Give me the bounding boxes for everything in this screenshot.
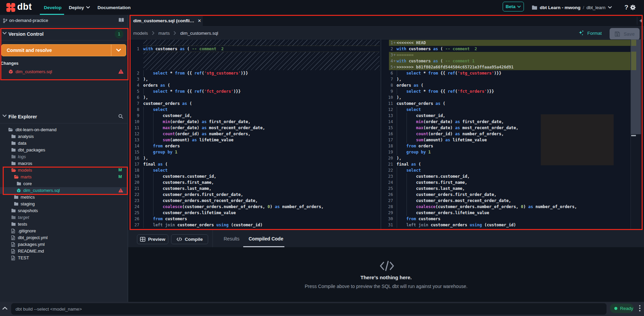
code-line[interactable]: 1+<<<<<<< HEAD	[382, 40, 631, 46]
chevron-up-icon[interactable]	[2, 307, 7, 310]
tree-item-models[interactable]: modelsM	[0, 167, 128, 174]
code-line[interactable]: 19 customers.customer_id,	[128, 173, 380, 179]
code-line[interactable]: 3+=======	[382, 52, 631, 58]
code-line[interactable]: 8orders as (	[382, 82, 631, 88]
code-line[interactable]: 2with customers as ( -- comment 2	[382, 46, 631, 52]
breadcrumb-marts[interactable]: marts	[159, 31, 170, 36]
code-line[interactable]: 30 from customers	[382, 216, 631, 222]
code-line[interactable]: 13 sum(amount) as lifetime_value	[128, 137, 380, 143]
code-line[interactable]: 17final as (	[128, 161, 380, 167]
code-line[interactable]: 5 select * from {{ ref('fct_orders')}}	[128, 88, 380, 94]
tab-dim-customers[interactable]: dim_customers.sql (confli… ✕	[128, 15, 203, 27]
code-line[interactable]: 27 customer_orders.most_recent_order_dat…	[382, 198, 631, 204]
code-line[interactable]: 8 select	[128, 107, 380, 113]
chevron-down-icon[interactable]	[2, 114, 7, 117]
tab-compiled-code[interactable]: Compiled Code	[249, 230, 283, 247]
code-line[interactable]: 10 min(order_date) as first_order_date,	[128, 119, 380, 125]
code-line[interactable]: 6 select * from {{ ref('stg_customers')}…	[382, 70, 631, 76]
compile-button[interactable]: Compile	[171, 234, 208, 244]
command-input[interactable]	[11, 303, 607, 315]
code-line[interactable]: 31 left join customer_orders using (cust…	[382, 222, 631, 228]
code-line[interactable]: 24 coalesce(customer_orders.number_of_or…	[128, 204, 380, 210]
new-tab-button[interactable]: +	[638, 15, 644, 27]
code-line[interactable]: 9 customer_id,	[128, 113, 380, 119]
nav-deploy[interactable]: Deploy	[69, 0, 90, 15]
code-line[interactable]: 16),	[128, 155, 380, 161]
code-line[interactable]: 23 customers.customer_id,	[382, 173, 631, 179]
code-line[interactable]: 12 select	[382, 107, 631, 113]
format-button[interactable]: Format	[578, 27, 602, 39]
close-tab-icon[interactable]: ✕	[198, 18, 201, 23]
breadcrumb-models[interactable]: models	[133, 31, 148, 36]
settings-gear-icon[interactable]	[630, 4, 636, 10]
tree-item-dbt_project.yml[interactable]: dbt_project.yml	[0, 234, 128, 241]
code-line[interactable]: 9 select * from {{ ref('fct_orders')}}	[382, 88, 631, 94]
help-button[interactable]: ?	[624, 0, 628, 15]
code-line[interactable]: 11customer_orders as (	[382, 100, 631, 107]
tree-item-packages.yml[interactable]: packages.yml	[0, 241, 128, 248]
diff-pane-original[interactable]: 1with customers as ( -- comment 22 selec…	[128, 39, 380, 230]
tree-item-tests[interactable]: tests	[0, 221, 128, 228]
code-line[interactable]: 11 max(order_date) as most_recent_order_…	[128, 125, 380, 131]
code-line[interactable]: 21 customers.last_name,	[128, 185, 380, 192]
tree-item-target[interactable]: target	[0, 214, 128, 221]
tree-item-analysis[interactable]: analysis	[0, 133, 128, 140]
nav-develop[interactable]: Develop	[44, 0, 62, 15]
code-line[interactable]: 14 from orders	[128, 143, 380, 149]
code-line[interactable]: 3),	[128, 76, 380, 82]
commit-and-resolve-button[interactable]: Commit and resolve	[1, 44, 126, 56]
dbt-logo-icon[interactable]	[6, 2, 16, 12]
tree-item-snapshots[interactable]: snapshots	[0, 207, 128, 214]
tree-item-staging[interactable]: staging	[0, 201, 128, 207]
code-line[interactable]: 6),	[128, 94, 380, 100]
search-icon[interactable]	[118, 114, 123, 119]
save-button[interactable]: Save	[610, 28, 640, 40]
code-line[interactable]: 26 from customers	[128, 216, 380, 222]
tree-item-TEST[interactable]: TEST	[0, 255, 128, 261]
code-line[interactable]: 25 customers.last_name,	[382, 185, 631, 192]
code-line[interactable]: 5+>>>>>>> b81f802a66fd544504c65721e3ffaa…	[382, 64, 631, 70]
diff-sash[interactable]	[381, 39, 381, 230]
overview-ruler[interactable]	[631, 39, 641, 230]
code-line[interactable]: 28 coalesce(customer_orders.number_of_or…	[382, 204, 631, 210]
beta-dropdown[interactable]: Beta	[503, 2, 524, 11]
tree-item-README.md[interactable]: README.md	[0, 248, 128, 255]
code-line[interactable]: 4+with customers as ( -- comment 1	[382, 58, 631, 64]
tree-item-core[interactable]: core	[0, 180, 128, 187]
code-line[interactable]: 7),	[382, 76, 631, 82]
tree-item-logs[interactable]: logs	[0, 153, 128, 160]
code-line[interactable]: 1with customers as ( -- comment 2	[128, 46, 380, 52]
tree-item-dim_customers.sql[interactable]: dim_customers.sql	[0, 187, 128, 194]
nav-documentation[interactable]: Documentation	[97, 0, 131, 15]
changed-file-row[interactable]: dim_customers.sql	[0, 68, 128, 76]
code-line[interactable]: 7customer_orders as (	[128, 100, 380, 107]
tab-results[interactable]: Results	[224, 230, 240, 247]
tree-item-dbt-learn-on-demand[interactable]: dbt-learn-on-demand	[0, 126, 128, 133]
open-book-icon[interactable]	[118, 18, 124, 23]
tree-item-marts[interactable]: martsM	[0, 174, 128, 180]
tree-item-metrics[interactable]: metrics	[0, 194, 128, 201]
code-line[interactable]: 25 customer_orders.lifetime_value	[128, 210, 380, 216]
git-branch-row[interactable]: on-demand-practice	[0, 15, 128, 26]
status-badge[interactable]: Ready	[610, 304, 634, 313]
code-line[interactable]: 20 customers.first_name,	[128, 179, 380, 185]
code-line[interactable]: 2 select * from {{ ref('stg_customers')}…	[128, 70, 380, 76]
tree-item-data[interactable]: data	[0, 140, 128, 147]
tree-item-macros[interactable]: macros	[0, 160, 128, 167]
code-line[interactable]: 15 group by 1	[128, 149, 380, 155]
code-line[interactable]: 22 customer_orders.first_order_date,	[128, 192, 380, 198]
code-line[interactable]: 12 count(order_id) as number_of_orders,	[128, 131, 380, 137]
code-line[interactable]: 18 select	[128, 167, 380, 173]
preview-button[interactable]: Preview	[137, 234, 168, 244]
code-line[interactable]: 10),	[382, 94, 631, 100]
code-line[interactable]: 22 select	[382, 167, 631, 173]
code-line[interactable]: 23 customer_orders.most_recent_order_dat…	[128, 198, 380, 204]
tree-item-dbt_packages[interactable]: dbt_packages	[0, 147, 128, 153]
code-line[interactable]: 29 customer_orders.lifetime_value	[382, 210, 631, 216]
code-line[interactable]: 24 customers.first_name,	[382, 179, 631, 185]
kebab-menu-icon[interactable]	[637, 304, 642, 313]
tree-item-.gitignore[interactable]: .gitignore	[0, 228, 128, 234]
account-project-switcher[interactable]: dbt Learn - mwong / dbt_learn	[532, 0, 612, 15]
code-line[interactable]: 4orders as (	[128, 82, 380, 88]
code-line[interactable]: 27 left join customer_orders using (cust…	[128, 222, 380, 228]
